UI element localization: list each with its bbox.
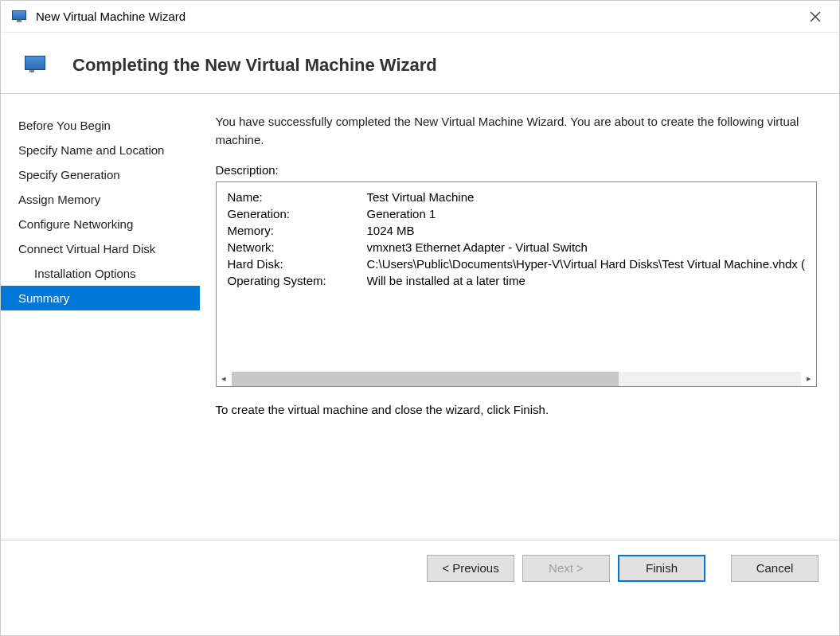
sidebar-item-connect-virtual-hard-disk[interactable]: Connect Virtual Hard Disk xyxy=(1,236,200,261)
desc-key: Operating System: xyxy=(228,274,367,287)
cancel-button[interactable]: Cancel xyxy=(731,555,819,582)
desc-row-memory: Memory: 1024 MB xyxy=(228,224,805,237)
app-icon xyxy=(12,10,28,23)
horizontal-scrollbar[interactable]: ◂ ▸ xyxy=(217,371,816,386)
scroll-thumb[interactable] xyxy=(232,372,619,386)
desc-row-network: Network: vmxnet3 Ethernet Adapter - Virt… xyxy=(228,240,805,254)
desc-val: Generation 1 xyxy=(367,207,436,220)
wizard-header: Completing the New Virtual Machine Wizar… xyxy=(1,33,839,94)
desc-val: C:\Users\Public\Documents\Hyper-V\Virtua… xyxy=(367,257,805,271)
previous-button[interactable]: < Previous xyxy=(427,555,514,582)
desc-val: vmxnet3 Ethernet Adapter - Virtual Switc… xyxy=(367,240,588,254)
desc-row-generation: Generation: Generation 1 xyxy=(228,207,805,220)
sidebar-item-specify-name-location[interactable]: Specify Name and Location xyxy=(1,138,200,162)
desc-row-hard-disk: Hard Disk: C:\Users\Public\Documents\Hyp… xyxy=(228,257,805,271)
desc-key: Hard Disk: xyxy=(228,257,367,271)
main-content: You have successfully completed the New … xyxy=(200,94,839,540)
desc-val: Test Virtual Machine xyxy=(367,190,475,204)
description-label: Description: xyxy=(216,163,817,177)
window-title: New Virtual Machine Wizard xyxy=(36,10,803,23)
sidebar-item-configure-networking[interactable]: Configure Networking xyxy=(1,212,200,236)
description-box: Name: Test Virtual Machine Generation: G… xyxy=(216,181,817,387)
finish-hint: To create the virtual machine and close … xyxy=(216,403,817,416)
intro-text: You have successfully completed the New … xyxy=(216,113,817,149)
scroll-right-icon[interactable]: ▸ xyxy=(801,371,816,386)
body: Before You Begin Specify Name and Locati… xyxy=(1,94,839,540)
desc-val: Will be installed at a later time xyxy=(367,274,525,287)
close-icon xyxy=(810,11,821,22)
monitor-icon xyxy=(25,56,49,75)
sidebar-item-summary[interactable]: Summary xyxy=(1,286,200,310)
desc-row-operating-system: Operating System: Will be installed at a… xyxy=(228,274,805,287)
titlebar: New Virtual Machine Wizard xyxy=(1,1,839,33)
next-button: Next > xyxy=(522,555,610,582)
desc-key: Memory: xyxy=(228,224,367,237)
finish-button[interactable]: Finish xyxy=(618,555,705,582)
sidebar-item-before-you-begin[interactable]: Before You Begin xyxy=(1,113,200,138)
desc-key: Network: xyxy=(228,240,367,254)
scroll-track[interactable] xyxy=(232,372,801,386)
scroll-left-icon[interactable]: ◂ xyxy=(217,371,232,386)
desc-val: 1024 MB xyxy=(367,224,415,237)
footer: < Previous Next > Finish Cancel xyxy=(1,540,839,595)
description-table: Name: Test Virtual Machine Generation: G… xyxy=(217,182,816,371)
desc-key: Generation: xyxy=(228,207,367,220)
header-icon-wrap xyxy=(1,56,72,75)
sidebar: Before You Begin Specify Name and Locati… xyxy=(1,94,200,540)
sidebar-item-installation-options[interactable]: Installation Options xyxy=(1,261,200,286)
sidebar-item-assign-memory[interactable]: Assign Memory xyxy=(1,187,200,212)
close-button[interactable] xyxy=(803,4,828,29)
desc-key: Name: xyxy=(228,190,367,204)
page-title: Completing the New Virtual Machine Wizar… xyxy=(72,55,437,76)
sidebar-item-specify-generation[interactable]: Specify Generation xyxy=(1,162,200,187)
desc-row-name: Name: Test Virtual Machine xyxy=(228,190,805,204)
